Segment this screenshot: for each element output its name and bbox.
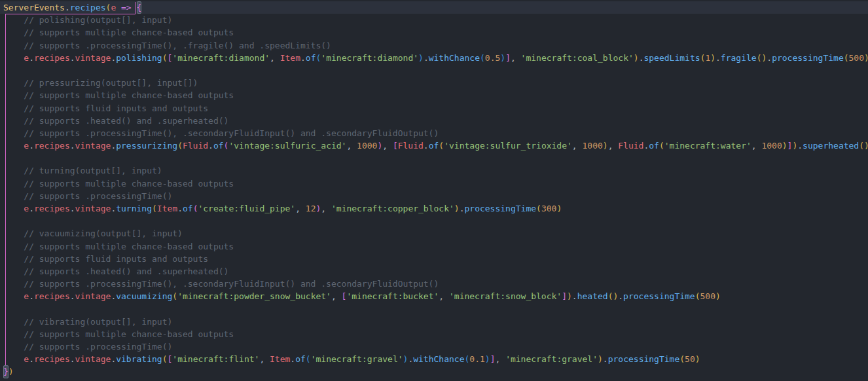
code-line-20[interactable]: // supports multiple chance-based output… bbox=[3, 240, 868, 253]
code-token: ) bbox=[634, 53, 639, 63]
code-token: , bbox=[259, 354, 270, 364]
code-line-26[interactable]: // vibrating(output[], input) bbox=[3, 316, 868, 328]
code-token: vintage bbox=[75, 354, 111, 364]
code-token: recipes bbox=[70, 3, 106, 12]
code-token: processingTime bbox=[772, 53, 844, 63]
code-token: () bbox=[859, 141, 868, 151]
code-line-2[interactable]: // polishing(output[], input) bbox=[3, 14, 868, 26]
comment-token: // vacuumizing(output[], input) bbox=[3, 228, 183, 238]
code-token: pressurizing bbox=[116, 141, 177, 151]
code-line-23[interactable]: // supports .processingTime(), .secondar… bbox=[3, 278, 868, 290]
code-token: vintage bbox=[75, 291, 111, 301]
code-token: Item bbox=[280, 53, 300, 63]
code-token: . bbox=[70, 53, 75, 63]
code-token: 'create:fluid_pipe' bbox=[198, 204, 295, 213]
code-token: of bbox=[213, 141, 224, 151]
code-token: 'minecraft:bucket' bbox=[346, 291, 439, 301]
comment-token: // supports fluid inputs and outputs bbox=[3, 103, 208, 113]
code-line-18[interactable] bbox=[3, 215, 868, 227]
code-token: 500 bbox=[849, 53, 864, 63]
code-token: ) bbox=[418, 53, 424, 63]
code-line-22[interactable]: // supports .heated() and .superheated() bbox=[3, 265, 868, 278]
comment-token: // supports .heated() and .superheated() bbox=[3, 266, 228, 276]
code-line-9[interactable]: // supports fluid inputs and outputs bbox=[3, 102, 868, 115]
code-token: . bbox=[70, 291, 75, 301]
code-token: recipes bbox=[34, 354, 70, 364]
comment-token: // pressurizing(output[], input[]) bbox=[3, 78, 198, 88]
code-token: ( bbox=[439, 141, 444, 151]
code-token: , bbox=[511, 53, 521, 63]
code-line-4[interactable]: // supports .processingTime(), .fragile(… bbox=[3, 39, 868, 52]
code-token: , bbox=[346, 141, 357, 151]
comment-token: // supports multiple chance-based output… bbox=[3, 242, 234, 251]
code-token: } bbox=[3, 365, 9, 378]
code-line-28[interactable]: // supports .processingTime() bbox=[3, 340, 868, 353]
code-token: processingTime bbox=[608, 354, 680, 364]
code-token: 'minecraft:diamond' bbox=[321, 53, 418, 63]
code-token: 'minecraft:flint' bbox=[172, 354, 259, 364]
code-token: ) bbox=[603, 141, 608, 151]
code-token: , bbox=[751, 141, 762, 151]
code-token: ( bbox=[162, 53, 168, 63]
code-token: of bbox=[295, 354, 306, 364]
code-line-7[interactable]: // pressurizing(output[], input[]) bbox=[3, 77, 868, 89]
code-token: ( bbox=[695, 291, 700, 301]
code-token bbox=[3, 204, 24, 213]
code-line-24[interactable]: e.recipes.vintage.vacuumizing('minecraft… bbox=[3, 290, 868, 302]
code-line-16[interactable]: // supports .processingTime() bbox=[3, 190, 868, 202]
code-token: , bbox=[295, 204, 306, 213]
code-line-29[interactable]: e.recipes.vintage.vibrating(['minecraft:… bbox=[3, 353, 868, 365]
code-token: . bbox=[29, 53, 34, 63]
code-token bbox=[3, 354, 24, 364]
code-line-3[interactable]: // supports multiple chance-based output… bbox=[3, 26, 868, 39]
code-token: ) bbox=[782, 141, 787, 151]
code-line-10[interactable]: // supports .heated() and .superheated() bbox=[3, 115, 868, 127]
code-line-21[interactable]: // supports fluid inputs and outputs bbox=[3, 253, 868, 265]
code-line-17[interactable]: e.recipes.vintage.turning(Item.of('creat… bbox=[3, 202, 868, 215]
code-line-11[interactable]: // supports .processingTime(), .secondar… bbox=[3, 127, 868, 139]
code-line-12[interactable]: e.recipes.vintage.pressurizing(Fluid.of(… bbox=[3, 139, 868, 152]
code-editor[interactable]: ServerEvents.recipes(e => { // polishing… bbox=[0, 0, 868, 381]
code-token: vintage bbox=[75, 204, 111, 213]
code-line-30[interactable]: }) bbox=[3, 365, 868, 378]
code-line-8[interactable]: // supports multiple chance-based output… bbox=[3, 89, 868, 101]
code-token: . bbox=[424, 53, 429, 63]
code-line-5[interactable]: e.recipes.vintage.polishing(['minecraft:… bbox=[3, 52, 868, 64]
code-token: recipes bbox=[34, 204, 70, 213]
code-token: 50 bbox=[685, 354, 695, 364]
code-token: , bbox=[572, 141, 583, 151]
code-token: ] bbox=[505, 53, 511, 63]
code-token: withChance bbox=[413, 354, 464, 364]
code-line-1[interactable]: ServerEvents.recipes(e => { bbox=[3, 1, 868, 14]
code-token: ) bbox=[710, 53, 715, 63]
code-token: ( bbox=[162, 354, 168, 364]
code-token: 300 bbox=[541, 204, 556, 213]
code-line-19[interactable]: // vacuumizing(output[], input) bbox=[3, 227, 868, 240]
code-token: recipes bbox=[34, 291, 70, 301]
code-token: Fluid bbox=[618, 141, 643, 151]
code-token: { bbox=[137, 1, 142, 14]
code-token: ) bbox=[715, 291, 721, 301]
code-line-6[interactable] bbox=[3, 64, 868, 77]
code-token: 'minecraft:diamond' bbox=[172, 53, 270, 63]
code-token: 'vintage:sulfuric_acid' bbox=[228, 141, 346, 151]
code-token: e bbox=[24, 354, 29, 364]
code-line-27[interactable]: // supports multiple chance-based output… bbox=[3, 328, 868, 340]
code-line-13[interactable] bbox=[3, 152, 868, 164]
code-token: withChance bbox=[429, 53, 480, 63]
code-token: . bbox=[424, 141, 429, 151]
code-token: . bbox=[177, 204, 183, 213]
code-token: ( bbox=[172, 291, 177, 301]
code-token: . bbox=[29, 291, 34, 301]
code-token: ) bbox=[864, 53, 868, 63]
code-token: 1000 bbox=[357, 141, 377, 151]
code-line-14[interactable]: // turning(output[], input) bbox=[3, 164, 868, 177]
comment-token: // supports .processingTime(), .secondar… bbox=[3, 128, 439, 138]
code-token: e bbox=[24, 204, 29, 213]
code-token: . bbox=[29, 204, 34, 213]
code-token: ) bbox=[695, 354, 700, 364]
code-line-15[interactable]: // supports multiple chance-based output… bbox=[3, 177, 868, 190]
code-line-25[interactable] bbox=[3, 303, 868, 316]
code-token: ( bbox=[536, 204, 541, 213]
code-token: , bbox=[439, 291, 449, 301]
